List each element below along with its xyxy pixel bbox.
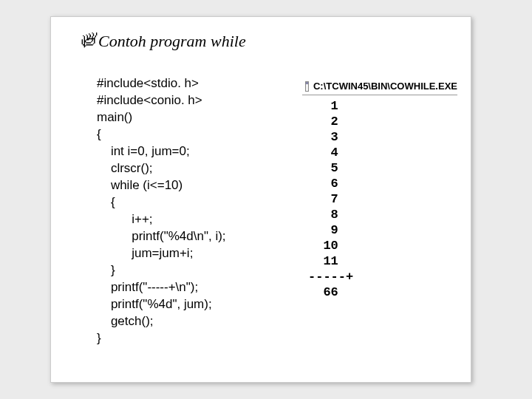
window-icon [305,81,309,92]
heading-text: Contoh program while [98,32,246,50]
code-block: #include<stdio. h> #include<conio. h> ma… [97,75,226,347]
output-window: C:\TCWIN45\BIN\COWHILE.EXE 1 2 3 4 5 6 7… [302,78,457,304]
output-body: 1 2 3 4 5 6 7 8 9 10 11 -----+ 66 [302,95,457,304]
bullet-symbol: ༗ [81,32,97,50]
window-title: C:\TCWIN45\BIN\COWHILE.EXE [313,81,457,92]
titlebar: C:\TCWIN45\BIN\COWHILE.EXE [302,78,457,95]
slide: ༗Contoh program while #include<stdio. h>… [50,16,471,383]
slide-heading: ༗Contoh program while [81,32,246,51]
